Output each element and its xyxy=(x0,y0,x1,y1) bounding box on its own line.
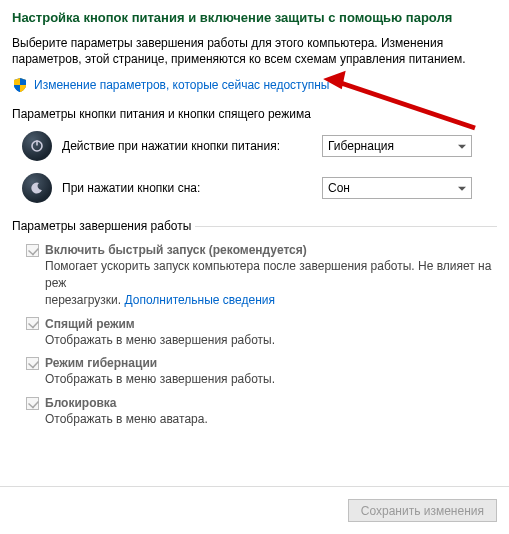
power-icon xyxy=(22,131,52,161)
fast-startup-label: Включить быстрый запуск (рекомендуется) xyxy=(45,243,307,257)
lock-desc: Отображать в меню аватара. xyxy=(45,411,497,428)
more-info-link[interactable]: Дополнительные сведения xyxy=(124,293,274,307)
sleep-desc: Отображать в меню завершения работы. xyxy=(45,332,497,349)
power-button-label: Действие при нажатии кнопки питания: xyxy=(62,139,312,153)
sleep-button-select[interactable]: Сон xyxy=(322,177,472,199)
sleep-button-label: При нажатии кнопки сна: xyxy=(62,181,312,195)
buttons-section-label: Параметры кнопки питания и кнопки спящег… xyxy=(12,107,497,121)
power-button-value: Гибернация xyxy=(328,139,394,153)
lock-checkbox xyxy=(26,397,39,410)
fast-startup-checkbox xyxy=(26,244,39,257)
sleep-icon xyxy=(22,173,52,203)
save-button: Сохранить изменения xyxy=(348,499,497,522)
page-title: Настройка кнопок питания и включение защ… xyxy=(12,10,497,27)
fast-startup-desc: Помогает ускорить запуск компьютера посл… xyxy=(45,258,497,308)
sleep-checkbox xyxy=(26,317,39,330)
page-description: Выберите параметры завершения работы для… xyxy=(12,35,497,67)
hibernate-checkbox xyxy=(26,357,39,370)
hibernate-desc: Отображать в меню завершения работы. xyxy=(45,371,497,388)
shield-icon xyxy=(12,77,28,93)
change-settings-link[interactable]: Изменение параметров, которые сейчас нед… xyxy=(34,78,330,92)
shutdown-section-label: Параметры завершения работы xyxy=(0,219,497,233)
hibernate-label: Режим гибернации xyxy=(45,356,157,370)
sleep-button-value: Сон xyxy=(328,181,350,195)
power-button-select[interactable]: Гибернация xyxy=(322,135,472,157)
lock-label: Блокировка xyxy=(45,396,117,410)
sleep-label: Спящий режим xyxy=(45,317,135,331)
